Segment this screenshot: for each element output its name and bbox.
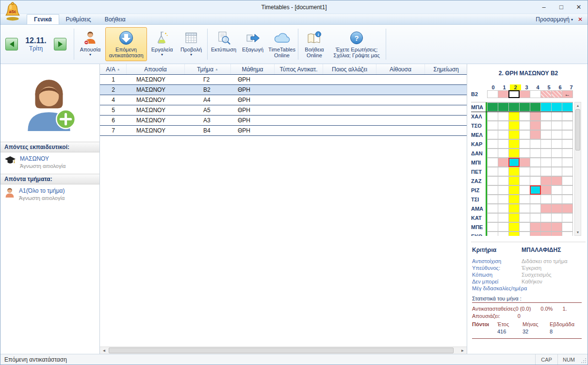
grid-cell[interactable] — [508, 213, 520, 222]
grid-cell[interactable] — [530, 204, 541, 213]
close-panel-icon[interactable]: ✕ — [578, 16, 583, 23]
scroll-down-button[interactable]: ▼ — [576, 229, 580, 235]
grid-cell[interactable] — [562, 213, 573, 222]
teacher-row[interactable]: ΚΑΡ — [471, 139, 573, 149]
grid-cell[interactable] — [562, 204, 573, 213]
scroll-left-button[interactable]: ◄ — [100, 348, 108, 353]
grid-cell[interactable] — [498, 90, 509, 98]
grid-cell[interactable] — [540, 232, 552, 236]
grid-cell[interactable] — [498, 167, 509, 176]
teacher-row[interactable]: ΡΙΖ — [471, 185, 573, 195]
grid-cell[interactable] — [530, 158, 541, 167]
grid-cell[interactable] — [540, 158, 552, 167]
grid-cell[interactable] — [519, 121, 530, 130]
teacher-row[interactable]: ΜΠΑ — [471, 102, 573, 112]
grid-cell[interactable] — [487, 167, 498, 176]
view-button[interactable]: Προβολή ▾ — [177, 27, 205, 61]
grid-cell[interactable] — [540, 149, 552, 158]
grid-cell[interactable] — [498, 121, 509, 130]
grid-cell[interactable] — [551, 167, 562, 176]
column-header[interactable]: Σημείωση — [425, 64, 468, 74]
grid-cell[interactable] — [551, 121, 562, 130]
grid-cell[interactable] — [519, 158, 530, 167]
table-row[interactable]: 2ΜΑΣΩΝΟΥΒ2ΘΡΗ — [100, 85, 467, 95]
customize-menu[interactable]: Προσαρμογή ▾ — [536, 16, 573, 23]
column-header[interactable]: Μάθημα — [231, 64, 275, 74]
scroll-up-button[interactable]: ▲ — [576, 102, 580, 109]
prev-day-button[interactable] — [5, 38, 18, 50]
grid-cell[interactable] — [530, 130, 541, 139]
scrollbar-thumb[interactable] — [575, 109, 580, 150]
grid-cell[interactable] — [562, 176, 573, 185]
grid-cell[interactable] — [551, 222, 562, 232]
grid-cell[interactable] — [540, 176, 552, 185]
print-button[interactable]: Εκτύπωση — [210, 27, 238, 61]
grid-cell[interactable] — [562, 222, 573, 232]
grid-cell[interactable] — [498, 232, 509, 236]
grid-cell[interactable] — [562, 139, 573, 149]
grid-cell[interactable] — [530, 139, 541, 149]
absence-button[interactable]: Απουσία ▾ — [76, 27, 104, 61]
next-day-button[interactable] — [54, 38, 66, 50]
absent-class-item[interactable]: Α1(Όλο το τμήμα) Άγνωστη αιτιολογία — [0, 184, 99, 206]
app-logo-bell-icon[interactable]: aSc — [3, 1, 22, 22]
grid-cell[interactable] — [540, 130, 552, 139]
teacher-row[interactable]: ΜΠΙ — [471, 158, 573, 167]
grid-cell[interactable] — [562, 112, 573, 121]
grid-cell[interactable] — [519, 195, 530, 204]
grid-cell[interactable] — [562, 232, 573, 236]
tools-button[interactable]: Εργαλεία ▾ — [148, 27, 176, 61]
grid-cell[interactable] — [530, 149, 541, 158]
grid-cell[interactable] — [498, 158, 509, 167]
grid-cell[interactable] — [551, 185, 562, 195]
grid-cell[interactable] — [498, 102, 509, 112]
teacher-row[interactable]: ΚΑΤ — [471, 213, 573, 222]
grid-cell[interactable] — [562, 102, 573, 112]
arrow-left-cell[interactable]: ← — [562, 90, 573, 98]
teacher-row[interactable]: ΧΑΛ — [471, 112, 573, 121]
teacher-row[interactable]: ΜΠΕ — [471, 222, 573, 232]
grid-cell[interactable] — [487, 112, 498, 121]
column-header[interactable]: Απουσία — [127, 64, 185, 74]
grid-cell[interactable] — [530, 102, 541, 112]
grid-cell[interactable] — [540, 167, 552, 176]
table-row[interactable]: 6ΜΑΣΩΝΟΥΑ3ΘΡΗ — [100, 116, 467, 126]
grid-cell[interactable] — [530, 213, 541, 222]
grid-cell[interactable] — [562, 130, 573, 139]
table-row[interactable]: 4ΜΑΣΩΝΟΥΑ4ΘΡΗ — [100, 95, 467, 105]
grid-cell[interactable] — [540, 90, 552, 98]
grid-cell[interactable] — [551, 158, 562, 167]
teacher-row[interactable]: ΜΕΛ — [471, 130, 573, 139]
grid-cell[interactable] — [519, 149, 530, 158]
export-button[interactable]: Εξαγωγή — [239, 27, 267, 61]
table-row[interactable]: 5ΜΑΣΩΝΟΥΑ5ΘΡΗ — [100, 105, 467, 116]
help-online-button[interactable]: i Βοήθεια Online — [300, 27, 328, 61]
grid-cell[interactable] — [551, 176, 562, 185]
grid-cell[interactable] — [498, 185, 509, 195]
grid-cell[interactable] — [487, 139, 498, 149]
grid-cell[interactable] — [508, 167, 520, 176]
grid-cell[interactable] — [519, 232, 530, 236]
grid-cell[interactable] — [530, 222, 541, 232]
column-header[interactable]: Τμήμα▲ — [185, 64, 231, 74]
grid-cell[interactable] — [551, 213, 562, 222]
resize-grip[interactable] — [580, 354, 588, 365]
grid-cell[interactable] — [487, 195, 498, 204]
grid-cell[interactable] — [519, 213, 530, 222]
column-header[interactable]: Ποιος αλλάζει — [323, 64, 376, 74]
grid-cell[interactable] — [498, 213, 509, 222]
column-header[interactable]: Τύπος Αντικατ. — [275, 64, 323, 74]
grid-cell[interactable] — [519, 176, 530, 185]
grid-cell[interactable] — [508, 232, 520, 236]
teacher-row[interactable]: ΠΕΤ — [471, 167, 573, 176]
grid-cell[interactable] — [551, 149, 562, 158]
grid-cell[interactable] — [530, 90, 541, 98]
grid-cell[interactable] — [508, 204, 520, 213]
grid-cell[interactable] — [540, 112, 552, 121]
grid-cell[interactable] — [551, 195, 562, 204]
grid-cell[interactable] — [498, 204, 509, 213]
grid-cell[interactable] — [530, 112, 541, 121]
next-substitution-button[interactable]: Επόμενη αντικατάσταση — [105, 27, 147, 61]
grid-cell[interactable] — [508, 185, 520, 195]
grid-cell[interactable] — [551, 232, 562, 236]
